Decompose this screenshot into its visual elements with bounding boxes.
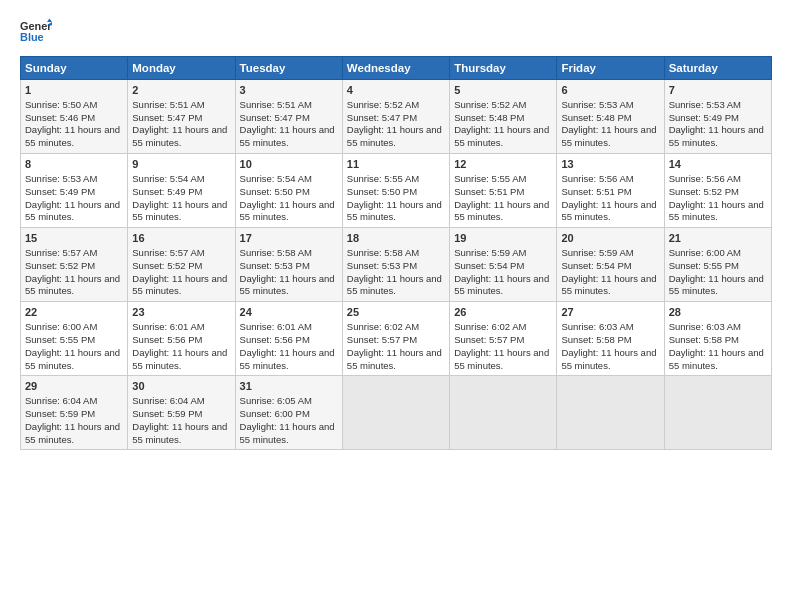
daylight-label: Daylight: 11 hours and 55 minutes.	[669, 124, 764, 148]
day-number: 27	[561, 305, 659, 320]
daylight-label: Daylight: 11 hours and 55 minutes.	[240, 199, 335, 223]
calendar-cell: 25Sunrise: 6:02 AMSunset: 5:57 PMDayligh…	[342, 302, 449, 376]
day-number: 14	[669, 157, 767, 172]
daylight-label: Daylight: 11 hours and 55 minutes.	[132, 273, 227, 297]
sunset-label: Sunset: 5:48 PM	[561, 112, 631, 123]
day-number: 30	[132, 379, 230, 394]
sunrise-label: Sunrise: 6:01 AM	[132, 321, 204, 332]
sunrise-label: Sunrise: 5:53 AM	[669, 99, 741, 110]
day-number: 12	[454, 157, 552, 172]
day-number: 7	[669, 83, 767, 98]
calendar-cell: 23Sunrise: 6:01 AMSunset: 5:56 PMDayligh…	[128, 302, 235, 376]
daylight-label: Daylight: 11 hours and 55 minutes.	[669, 347, 764, 371]
sunset-label: Sunset: 5:55 PM	[25, 334, 95, 345]
daylight-label: Daylight: 11 hours and 55 minutes.	[561, 199, 656, 223]
sunset-label: Sunset: 5:57 PM	[347, 334, 417, 345]
calendar-cell: 7Sunrise: 5:53 AMSunset: 5:49 PMDaylight…	[664, 80, 771, 154]
sunset-label: Sunset: 5:47 PM	[347, 112, 417, 123]
day-number: 21	[669, 231, 767, 246]
daylight-label: Daylight: 11 hours and 55 minutes.	[454, 273, 549, 297]
daylight-label: Daylight: 11 hours and 55 minutes.	[25, 199, 120, 223]
sunrise-label: Sunrise: 6:02 AM	[347, 321, 419, 332]
day-number: 25	[347, 305, 445, 320]
daylight-label: Daylight: 11 hours and 55 minutes.	[132, 421, 227, 445]
sunset-label: Sunset: 5:51 PM	[454, 186, 524, 197]
sunset-label: Sunset: 5:49 PM	[669, 112, 739, 123]
sunrise-label: Sunrise: 6:03 AM	[669, 321, 741, 332]
sunrise-label: Sunrise: 5:59 AM	[561, 247, 633, 258]
daylight-label: Daylight: 11 hours and 55 minutes.	[561, 124, 656, 148]
calendar-cell: 20Sunrise: 5:59 AMSunset: 5:54 PMDayligh…	[557, 228, 664, 302]
day-number: 13	[561, 157, 659, 172]
sunrise-label: Sunrise: 5:54 AM	[132, 173, 204, 184]
daylight-label: Daylight: 11 hours and 55 minutes.	[454, 124, 549, 148]
sunrise-label: Sunrise: 5:54 AM	[240, 173, 312, 184]
day-number: 8	[25, 157, 123, 172]
calendar-cell: 14Sunrise: 5:56 AMSunset: 5:52 PMDayligh…	[664, 154, 771, 228]
calendar-cell: 21Sunrise: 6:00 AMSunset: 5:55 PMDayligh…	[664, 228, 771, 302]
calendar-cell	[557, 376, 664, 450]
calendar-cell: 13Sunrise: 5:56 AMSunset: 5:51 PMDayligh…	[557, 154, 664, 228]
sunrise-label: Sunrise: 5:51 AM	[240, 99, 312, 110]
calendar-cell: 12Sunrise: 5:55 AMSunset: 5:51 PMDayligh…	[450, 154, 557, 228]
daylight-label: Daylight: 11 hours and 55 minutes.	[132, 347, 227, 371]
day-number: 2	[132, 83, 230, 98]
day-number: 10	[240, 157, 338, 172]
sunset-label: Sunset: 5:49 PM	[132, 186, 202, 197]
sunrise-label: Sunrise: 6:02 AM	[454, 321, 526, 332]
sunset-label: Sunset: 6:00 PM	[240, 408, 310, 419]
calendar-cell: 22Sunrise: 6:00 AMSunset: 5:55 PMDayligh…	[21, 302, 128, 376]
daylight-label: Daylight: 11 hours and 55 minutes.	[669, 273, 764, 297]
sunset-label: Sunset: 5:52 PM	[132, 260, 202, 271]
day-number: 24	[240, 305, 338, 320]
calendar-cell	[342, 376, 449, 450]
day-number: 18	[347, 231, 445, 246]
day-number: 9	[132, 157, 230, 172]
daylight-label: Daylight: 11 hours and 55 minutes.	[347, 273, 442, 297]
day-number: 1	[25, 83, 123, 98]
day-number: 4	[347, 83, 445, 98]
col-header-monday: Monday	[128, 57, 235, 80]
calendar-cell: 24Sunrise: 6:01 AMSunset: 5:56 PMDayligh…	[235, 302, 342, 376]
daylight-label: Daylight: 11 hours and 55 minutes.	[240, 273, 335, 297]
sunrise-label: Sunrise: 5:57 AM	[25, 247, 97, 258]
sunrise-label: Sunrise: 6:05 AM	[240, 395, 312, 406]
sunrise-label: Sunrise: 6:01 AM	[240, 321, 312, 332]
calendar-cell: 15Sunrise: 5:57 AMSunset: 5:52 PMDayligh…	[21, 228, 128, 302]
day-number: 5	[454, 83, 552, 98]
calendar-cell: 5Sunrise: 5:52 AMSunset: 5:48 PMDaylight…	[450, 80, 557, 154]
sunset-label: Sunset: 5:48 PM	[454, 112, 524, 123]
logo-icon: General Blue	[20, 18, 52, 46]
sunset-label: Sunset: 5:50 PM	[240, 186, 310, 197]
sunset-label: Sunset: 5:59 PM	[25, 408, 95, 419]
calendar-cell: 19Sunrise: 5:59 AMSunset: 5:54 PMDayligh…	[450, 228, 557, 302]
day-number: 22	[25, 305, 123, 320]
daylight-label: Daylight: 11 hours and 55 minutes.	[25, 124, 120, 148]
sunset-label: Sunset: 5:54 PM	[561, 260, 631, 271]
sunset-label: Sunset: 5:53 PM	[240, 260, 310, 271]
daylight-label: Daylight: 11 hours and 55 minutes.	[454, 347, 549, 371]
sunrise-label: Sunrise: 5:57 AM	[132, 247, 204, 258]
sunset-label: Sunset: 5:56 PM	[240, 334, 310, 345]
day-number: 31	[240, 379, 338, 394]
daylight-label: Daylight: 11 hours and 55 minutes.	[132, 199, 227, 223]
day-number: 6	[561, 83, 659, 98]
sunset-label: Sunset: 5:58 PM	[669, 334, 739, 345]
calendar-cell: 6Sunrise: 5:53 AMSunset: 5:48 PMDaylight…	[557, 80, 664, 154]
sunrise-label: Sunrise: 5:56 AM	[561, 173, 633, 184]
calendar-cell: 8Sunrise: 5:53 AMSunset: 5:49 PMDaylight…	[21, 154, 128, 228]
sunrise-label: Sunrise: 5:51 AM	[132, 99, 204, 110]
daylight-label: Daylight: 11 hours and 55 minutes.	[240, 124, 335, 148]
daylight-label: Daylight: 11 hours and 55 minutes.	[561, 273, 656, 297]
sunrise-label: Sunrise: 5:53 AM	[561, 99, 633, 110]
day-number: 3	[240, 83, 338, 98]
calendar-cell: 31Sunrise: 6:05 AMSunset: 6:00 PMDayligh…	[235, 376, 342, 450]
sunset-label: Sunset: 5:53 PM	[347, 260, 417, 271]
page-header: General Blue	[20, 18, 772, 46]
day-number: 19	[454, 231, 552, 246]
sunset-label: Sunset: 5:52 PM	[25, 260, 95, 271]
sunset-label: Sunset: 5:47 PM	[240, 112, 310, 123]
sunrise-label: Sunrise: 5:53 AM	[25, 173, 97, 184]
calendar-table: SundayMondayTuesdayWednesdayThursdayFrid…	[20, 56, 772, 450]
sunset-label: Sunset: 5:55 PM	[669, 260, 739, 271]
